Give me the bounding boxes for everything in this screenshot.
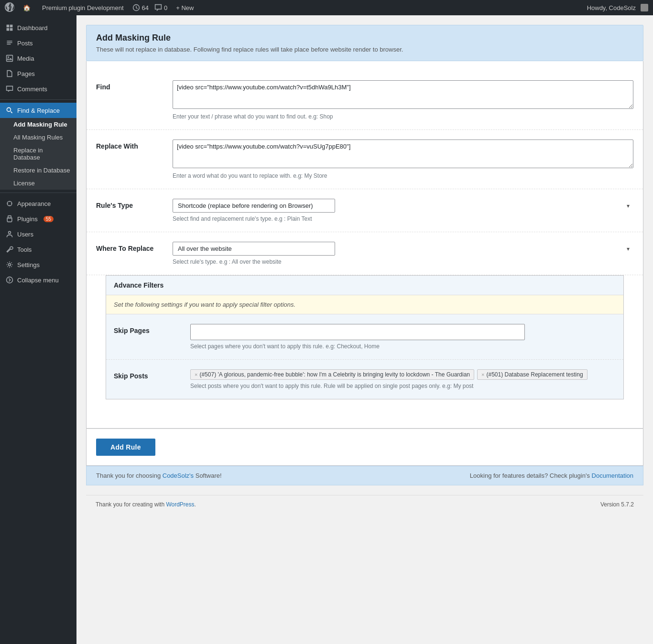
documentation-link[interactable]: Documentation (592, 472, 633, 479)
sidebar-item-media[interactable]: Media (0, 51, 76, 66)
skip-post-tag-2-label: (#501) Database Replacement testing (486, 371, 583, 378)
wp-logo-icon[interactable] (5, 2, 14, 13)
rules-type-chevron-down-icon: ▾ (627, 203, 630, 209)
skip-pages-input[interactable] (190, 324, 525, 340)
sidebar-item-pages[interactable]: Pages (0, 66, 76, 81)
advance-filters-note: Set the following settings if you want t… (106, 295, 623, 314)
sidebar-label-comments: Comments (17, 86, 47, 93)
new-content-button[interactable]: + New (173, 4, 196, 11)
codesolz-link[interactable]: CodeSolz's (163, 472, 194, 479)
find-textarea[interactable] (173, 80, 633, 109)
plugins-badge: 55 (44, 216, 54, 222)
where-to-replace-hint: Select rule's type. e.g : All over the w… (173, 258, 633, 265)
page-subtitle: These will not replace in database. Foll… (96, 46, 633, 53)
where-to-replace-chevron-down-icon: ▾ (627, 246, 630, 252)
plugins-icon (6, 215, 13, 223)
rules-type-select-wrapper: Shortcode (replace before rendering on B… (173, 199, 633, 213)
replace-with-textarea[interactable] (173, 140, 633, 168)
sidebar-label-posts: Posts (17, 40, 33, 47)
sidebar-label-media: Media (17, 55, 34, 62)
sidebar-item-dashboard[interactable]: Dashboard (0, 20, 76, 35)
sidebar-item-plugins[interactable]: Plugins 55 (0, 211, 76, 226)
user-avatar[interactable] (641, 4, 648, 11)
add-rule-button[interactable]: Add Rule (96, 439, 155, 456)
sidebar-label-dashboard: Dashboard (17, 24, 48, 32)
submenu-item-license[interactable]: License (0, 177, 76, 190)
sidebar-item-comments[interactable]: Comments (0, 81, 76, 97)
find-row: Find Enter your text / phrase what do yo… (87, 71, 643, 130)
replace-with-label: Replace With (96, 140, 173, 150)
wp-footer: Thank you for creating with WordPress. V… (86, 495, 643, 514)
sidebar-label-tools: Tools (17, 246, 32, 253)
rules-type-hint: Select find and replacement rule's type.… (173, 215, 633, 222)
page-header: Add Masking Rule These will not replace … (86, 25, 643, 61)
find-label: Find (96, 80, 173, 91)
footer-right-text: Looking for features details? Check plug… (470, 472, 633, 479)
skip-posts-row: Skip Posts × (#507) 'A glorious, pandemi… (106, 360, 623, 399)
skip-posts-field: × (#507) 'A glorious, pandemic-free bubb… (190, 369, 616, 389)
submenu-item-add-masking-rule[interactable]: Add Masking Rule (0, 118, 76, 131)
svg-point-10 (9, 231, 11, 234)
add-rule-section: Add Rule (86, 429, 643, 466)
sidebar-label-plugins: Plugins (17, 215, 38, 223)
comments-icon (6, 85, 13, 93)
svg-point-6 (8, 56, 9, 58)
tools-icon (6, 246, 13, 253)
remove-tag-2-button[interactable]: × (481, 372, 484, 377)
plugin-footer: Thank you for choosing CodeSolz's Softwa… (86, 466, 643, 485)
media-icon (6, 54, 13, 62)
home-icon[interactable]: 🏠 (20, 4, 33, 11)
svg-rect-5 (7, 55, 13, 62)
sidebar-item-users[interactable]: Users (0, 226, 76, 242)
comments-count[interactable]: 0 (154, 4, 167, 11)
remove-tag-1-button[interactable]: × (195, 372, 197, 377)
skip-posts-hint: Select posts where you don't want to app… (190, 383, 616, 389)
sidebar-item-find-replace[interactable]: Find & Replace (0, 103, 76, 118)
find-field: Enter your text / phrase what do you wan… (173, 80, 633, 120)
where-to-replace-field: All over the website Homepage only Singl… (173, 242, 633, 265)
wp-footer-left: Thank you for creating with WordPress. (96, 501, 196, 508)
svg-rect-4 (10, 28, 13, 31)
site-name[interactable]: Premium plugin Development (39, 4, 127, 11)
howdy-text: Howdy, CodeSolz (587, 4, 636, 11)
dashboard-icon (6, 24, 13, 32)
advance-filters-title: Advance Filters (106, 276, 623, 295)
where-to-replace-select-wrapper: All over the website Homepage only Singl… (173, 242, 633, 256)
find-replace-submenu: Add Masking Rule All Masking Rules Repla… (0, 118, 76, 190)
sidebar-item-collapse[interactable]: Collapse menu (0, 272, 76, 288)
skip-posts-label: Skip Posts (114, 369, 190, 380)
skip-pages-field: Select pages where you don't want to app… (190, 324, 616, 350)
skip-pages-label: Skip Pages (114, 324, 190, 334)
replace-with-row: Replace With Enter a word what do you wa… (87, 130, 643, 189)
sidebar-label-collapse: Collapse menu (17, 277, 59, 284)
admin-sidebar: Dashboard Posts Media Pages Comments (0, 15, 76, 644)
svg-rect-1 (7, 25, 10, 28)
sidebar-item-posts[interactable]: Posts (0, 35, 76, 51)
updates-count[interactable]: 64 (132, 4, 149, 11)
skip-post-tag-1: × (#507) 'A glorious, pandemic-free bubb… (190, 369, 474, 380)
sidebar-item-settings[interactable]: Settings (0, 257, 76, 272)
sidebar-item-tools[interactable]: Tools (0, 242, 76, 257)
form-card: Find Enter your text / phrase what do yo… (86, 61, 643, 429)
replace-with-field: Enter a word what do you want to replace… (173, 140, 633, 179)
pages-icon (6, 70, 13, 77)
footer-left-text: Thank you for choosing CodeSolz's Softwa… (96, 472, 222, 479)
collapse-icon (6, 276, 13, 284)
main-content: Add Masking Rule These will not replace … (76, 15, 653, 644)
rules-type-select[interactable]: Shortcode (replace before rendering on B… (173, 199, 335, 213)
settings-icon (6, 261, 13, 268)
submenu-item-restore-in-database[interactable]: Restore in Database (0, 164, 76, 177)
skip-post-tag-1-label: (#507) 'A glorious, pandemic-free bubble… (199, 371, 470, 378)
svg-point-11 (9, 264, 11, 266)
where-to-replace-select[interactable]: All over the website Homepage only Singl… (173, 242, 335, 256)
wp-version: Version 5.7.2 (600, 501, 634, 508)
find-replace-icon (6, 107, 13, 114)
skip-pages-hint: Select pages where you don't want to app… (190, 343, 616, 350)
wordpress-link[interactable]: WordPress (166, 501, 194, 508)
find-hint: Enter your text / phrase what do you wan… (173, 113, 633, 120)
submenu-item-replace-in-database[interactable]: Replace in Database (0, 144, 76, 164)
appearance-icon (6, 200, 13, 207)
sidebar-label-settings: Settings (17, 261, 40, 268)
submenu-item-all-masking-rules[interactable]: All Masking Rules (0, 131, 76, 144)
sidebar-item-appearance[interactable]: Appearance (0, 196, 76, 211)
